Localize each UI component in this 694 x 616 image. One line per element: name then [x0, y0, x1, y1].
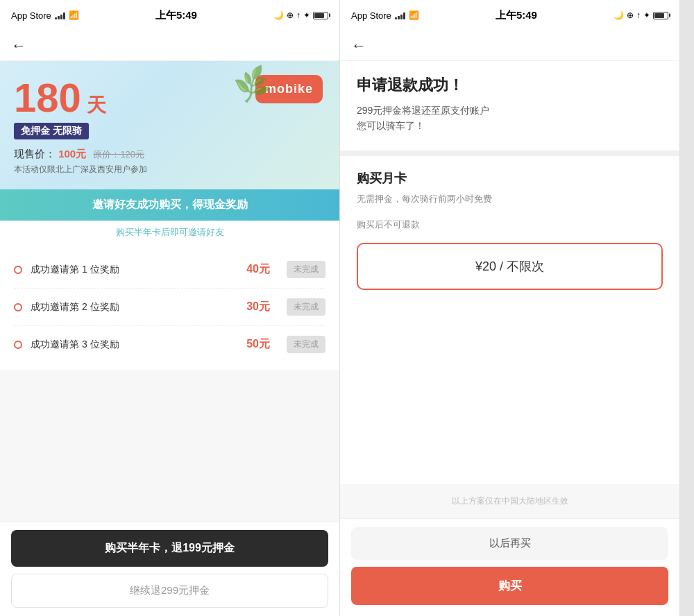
bottom-buttons-panel1: 购买半年卡，退199元押金 继续退299元押金: [0, 521, 339, 616]
disclaimer: 以上方案仅在中国大陆地区生效: [340, 484, 679, 518]
panel-right: App Store 📶 上午5:49 🌙 ⊕ ↑ ✦ ← 申请退款成功！: [340, 0, 680, 616]
arrow-icon-right: ↑: [636, 10, 641, 20]
reward-status-2: 未完成: [287, 298, 325, 316]
continue-refund-button[interactable]: 继续退299元押金: [11, 574, 328, 608]
hero-days-unit: 天: [87, 94, 106, 116]
panel2-scroll: 申请退款成功！ 299元押金将退还至原支付账户 您可以骑车了！ 购买月卡 无需押…: [340, 61, 679, 518]
nav-bar-left: ←: [0, 31, 339, 61]
monthly-desc2: 购买后不可退款: [357, 218, 663, 232]
back-button-right[interactable]: ←: [351, 37, 366, 55]
back-button-left[interactable]: ←: [11, 37, 26, 55]
hero-banner: 180 天 免押金 无限骑 现售价： 100元 原价：120元 本活动仅限北上广…: [0, 61, 339, 189]
location-icon-right: ⊕: [627, 10, 634, 20]
moon-icon: 🌙: [273, 10, 284, 20]
hero-days: 180: [14, 75, 81, 120]
time-left: 上午5:49: [155, 9, 197, 22]
nav-bar-right: ←: [340, 31, 679, 61]
wifi-icon-right: 📶: [409, 10, 419, 20]
status-right-right: 🌙 ⊕ ↑ ✦: [613, 10, 668, 20]
status-bar-right: App Store 📶 上午5:49 🌙 ⊕ ↑ ✦: [340, 0, 679, 31]
later-button[interactable]: 以后再买: [351, 527, 668, 560]
reward-amount-3: 50元: [246, 337, 270, 352]
wifi-icon: 📶: [69, 10, 79, 20]
bluetooth-icon-right: ✦: [643, 10, 650, 20]
app-store-label-left: App Store: [11, 10, 51, 21]
success-desc1: 299元押金将退还至原支付账户: [357, 103, 663, 118]
time-right: 上午5:49: [496, 9, 537, 22]
success-section: 申请退款成功！ 299元押金将退还至原支付账户 您可以骑车了！: [340, 61, 679, 156]
moon-icon-right: 🌙: [613, 10, 624, 20]
reward-label-3: 成功邀请第 3 位奖励: [31, 339, 238, 351]
reward-dot-2: [14, 303, 22, 311]
monthly-section: 购买月卡 无需押金，每次骑行前两小时免费 购买后不可退款 ¥20 / 不限次: [340, 156, 679, 484]
battery-icon: [313, 12, 328, 19]
reward-dot-1: [14, 266, 22, 274]
location-icon: ⊕: [287, 10, 294, 20]
reward-list: 成功邀请第 1 位奖励 40元 未完成 成功邀请第 2 位奖励 30元 未完成 …: [0, 244, 339, 370]
reward-status-1: 未完成: [287, 261, 325, 278]
hero-price: 现售价： 100元 原价：120元: [14, 148, 325, 161]
monthly-desc1: 无需押金，每次骑行前两小时免费: [357, 192, 663, 207]
list-item: 成功邀请第 2 位奖励 30元 未完成: [14, 289, 325, 326]
invite-banner: 邀请好友成功购买，得现金奖励: [0, 189, 339, 221]
list-item: 成功邀请第 3 位奖励 50元 未完成: [14, 326, 325, 363]
panel-left: App Store 📶 上午5:49 🌙 ⊕ ↑ ✦ ←: [0, 0, 340, 616]
monthly-card-text: ¥20 / 不限次: [475, 259, 544, 273]
reward-dot-3: [14, 341, 22, 349]
monthly-card[interactable]: ¥20 / 不限次: [357, 243, 663, 290]
signal-icon: [55, 12, 65, 19]
reward-label-2: 成功邀请第 2 位奖励: [31, 301, 238, 314]
bluetooth-icon: ✦: [303, 10, 310, 20]
reward-label-1: 成功邀请第 1 位奖励: [31, 264, 238, 276]
battery-icon-right: [653, 12, 668, 19]
invite-sub: 购买半年卡后即可邀请好友: [0, 221, 339, 244]
success-desc2: 您可以骑车了！: [357, 118, 663, 133]
status-right-left: 🌙 ⊕ ↑ ✦: [273, 10, 328, 20]
bottom-buttons-panel2: 以后再买 购买: [340, 518, 679, 616]
arrow-icon: ↑: [296, 10, 301, 20]
reward-status-3: 未完成: [287, 336, 325, 353]
original-price: 原价：120元: [93, 149, 144, 160]
status-left: App Store 📶: [11, 10, 79, 21]
reward-amount-2: 30元: [246, 300, 270, 314]
price-value: 100元: [58, 148, 86, 160]
signal-icon-right: [395, 12, 405, 19]
reward-amount-1: 40元: [246, 262, 270, 277]
status-bar-left: App Store 📶 上午5:49 🌙 ⊕ ↑ ✦: [0, 0, 339, 31]
app-store-label-right: App Store: [351, 10, 391, 21]
hero-note: 本活动仅限北上广深及西安用户参加: [14, 164, 325, 176]
buy-button[interactable]: 购买: [351, 567, 668, 605]
price-label: 现售价：: [14, 148, 56, 160]
list-item: 成功邀请第 1 位奖励 40元 未完成: [14, 251, 325, 289]
status-left-right: App Store 📶: [351, 10, 419, 21]
panel1-scroll: 180 天 免押金 无限骑 现售价： 100元 原价：120元 本活动仅限北上广…: [0, 61, 339, 521]
buy-half-year-button[interactable]: 购买半年卡，退199元押金: [11, 530, 328, 567]
success-title: 申请退款成功！: [357, 75, 663, 96]
monthly-title: 购买月卡: [357, 170, 663, 187]
hero-tag: 免押金 无限骑: [14, 123, 89, 139]
